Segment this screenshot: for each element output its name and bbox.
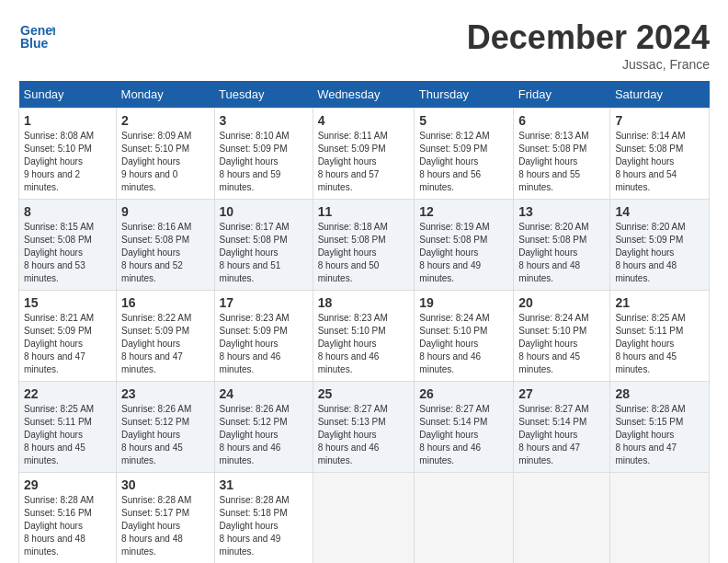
day-info: Sunrise: 8:20 AMSunset: 5:08 PMDaylight … bbox=[518, 222, 588, 283]
calendar-cell: 28 Sunrise: 8:28 AMSunset: 5:15 PMDaylig… bbox=[610, 382, 710, 473]
calendar-cell bbox=[313, 473, 415, 564]
day-info: Sunrise: 8:25 AMSunset: 5:11 PMDaylight … bbox=[24, 404, 94, 465]
day-number: 15 bbox=[24, 295, 111, 310]
calendar-cell: 12 Sunrise: 8:19 AMSunset: 5:08 PMDaylig… bbox=[415, 200, 514, 291]
calendar-cell: 1 Sunrise: 8:08 AMSunset: 5:10 PMDayligh… bbox=[19, 109, 117, 200]
day-number: 30 bbox=[121, 477, 209, 492]
header-tuesday: Tuesday bbox=[214, 81, 313, 109]
location-subtitle: Jussac, France bbox=[467, 57, 710, 72]
day-number: 20 bbox=[518, 295, 605, 310]
day-number: 7 bbox=[615, 113, 704, 128]
calendar-cell: 18 Sunrise: 8:23 AMSunset: 5:10 PMDaylig… bbox=[313, 291, 415, 382]
day-info: Sunrise: 8:19 AMSunset: 5:08 PMDaylight … bbox=[419, 222, 489, 283]
svg-text:Blue: Blue bbox=[20, 36, 49, 51]
day-number: 4 bbox=[318, 113, 410, 128]
day-info: Sunrise: 8:20 AMSunset: 5:09 PMDaylight … bbox=[615, 222, 685, 283]
calendar-cell: 5 Sunrise: 8:12 AMSunset: 5:09 PMDayligh… bbox=[415, 109, 514, 200]
day-number: 5 bbox=[419, 113, 508, 128]
calendar-week-row: 1 Sunrise: 8:08 AMSunset: 5:10 PMDayligh… bbox=[19, 109, 710, 200]
calendar-header-row: SundayMondayTuesdayWednesdayThursdayFrid… bbox=[19, 81, 710, 109]
day-number: 16 bbox=[121, 295, 209, 310]
calendar-cell: 10 Sunrise: 8:17 AMSunset: 5:08 PMDaylig… bbox=[214, 200, 313, 291]
day-number: 23 bbox=[121, 386, 209, 401]
day-info: Sunrise: 8:15 AMSunset: 5:08 PMDaylight … bbox=[24, 222, 94, 283]
day-number: 29 bbox=[24, 477, 111, 492]
day-number: 13 bbox=[518, 204, 605, 219]
day-info: Sunrise: 8:28 AMSunset: 5:18 PMDaylight … bbox=[220, 495, 290, 557]
day-info: Sunrise: 8:28 AMSunset: 5:15 PMDaylight … bbox=[615, 404, 685, 465]
calendar-cell: 4 Sunrise: 8:11 AMSunset: 5:09 PMDayligh… bbox=[313, 109, 415, 200]
day-info: Sunrise: 8:09 AMSunset: 5:10 PMDaylight … bbox=[121, 131, 191, 192]
day-number: 2 bbox=[121, 113, 209, 128]
calendar-cell: 11 Sunrise: 8:18 AMSunset: 5:08 PMDaylig… bbox=[313, 200, 415, 291]
day-number: 1 bbox=[24, 113, 111, 128]
calendar-cell: 3 Sunrise: 8:10 AMSunset: 5:09 PMDayligh… bbox=[214, 109, 313, 200]
calendar-cell: 2 Sunrise: 8:09 AMSunset: 5:10 PMDayligh… bbox=[117, 109, 214, 200]
calendar-cell: 16 Sunrise: 8:22 AMSunset: 5:09 PMDaylig… bbox=[117, 291, 214, 382]
day-number: 8 bbox=[24, 204, 111, 219]
calendar-week-row: 29 Sunrise: 8:28 AMSunset: 5:16 PMDaylig… bbox=[19, 473, 710, 564]
header-thursday: Thursday bbox=[415, 81, 514, 109]
day-number: 17 bbox=[220, 295, 308, 310]
month-title: December 2024 bbox=[467, 18, 710, 57]
calendar-cell: 29 Sunrise: 8:28 AMSunset: 5:16 PMDaylig… bbox=[19, 473, 117, 564]
calendar-cell: 25 Sunrise: 8:27 AMSunset: 5:13 PMDaylig… bbox=[313, 382, 415, 473]
day-info: Sunrise: 8:21 AMSunset: 5:09 PMDaylight … bbox=[24, 313, 94, 374]
header-friday: Friday bbox=[514, 81, 610, 109]
calendar-table: SundayMondayTuesdayWednesdayThursdayFrid… bbox=[18, 81, 710, 563]
calendar-cell bbox=[415, 473, 514, 564]
calendar-cell: 31 Sunrise: 8:28 AMSunset: 5:18 PMDaylig… bbox=[214, 473, 313, 564]
calendar-week-row: 15 Sunrise: 8:21 AMSunset: 5:09 PMDaylig… bbox=[19, 291, 710, 382]
day-info: Sunrise: 8:08 AMSunset: 5:10 PMDaylight … bbox=[24, 131, 94, 192]
calendar-cell bbox=[514, 473, 610, 564]
day-number: 28 bbox=[615, 386, 704, 401]
calendar-cell bbox=[610, 473, 710, 564]
page-header: General Blue December 2024 Jussac, Franc… bbox=[18, 18, 710, 72]
calendar-cell: 8 Sunrise: 8:15 AMSunset: 5:08 PMDayligh… bbox=[19, 200, 117, 291]
day-number: 21 bbox=[615, 295, 704, 310]
day-info: Sunrise: 8:13 AMSunset: 5:08 PMDaylight … bbox=[518, 131, 588, 192]
day-info: Sunrise: 8:27 AMSunset: 5:13 PMDaylight … bbox=[318, 404, 388, 465]
calendar-cell: 22 Sunrise: 8:25 AMSunset: 5:11 PMDaylig… bbox=[19, 382, 117, 473]
calendar-week-row: 8 Sunrise: 8:15 AMSunset: 5:08 PMDayligh… bbox=[19, 200, 710, 291]
day-info: Sunrise: 8:23 AMSunset: 5:09 PMDaylight … bbox=[220, 313, 290, 374]
calendar-cell: 21 Sunrise: 8:25 AMSunset: 5:11 PMDaylig… bbox=[610, 291, 710, 382]
logo: General Blue bbox=[18, 18, 55, 59]
day-info: Sunrise: 8:23 AMSunset: 5:10 PMDaylight … bbox=[318, 313, 388, 374]
day-info: Sunrise: 8:16 AMSunset: 5:08 PMDaylight … bbox=[121, 222, 191, 283]
day-number: 31 bbox=[220, 477, 308, 492]
calendar-cell: 6 Sunrise: 8:13 AMSunset: 5:08 PMDayligh… bbox=[514, 109, 610, 200]
calendar-cell: 13 Sunrise: 8:20 AMSunset: 5:08 PMDaylig… bbox=[514, 200, 610, 291]
day-number: 22 bbox=[24, 386, 111, 401]
calendar-cell: 26 Sunrise: 8:27 AMSunset: 5:14 PMDaylig… bbox=[415, 382, 514, 473]
day-number: 27 bbox=[518, 386, 605, 401]
calendar-cell: 19 Sunrise: 8:24 AMSunset: 5:10 PMDaylig… bbox=[415, 291, 514, 382]
day-info: Sunrise: 8:22 AMSunset: 5:09 PMDaylight … bbox=[121, 313, 191, 374]
day-number: 24 bbox=[220, 386, 308, 401]
calendar-cell: 27 Sunrise: 8:27 AMSunset: 5:14 PMDaylig… bbox=[514, 382, 610, 473]
day-info: Sunrise: 8:27 AMSunset: 5:14 PMDaylight … bbox=[419, 404, 489, 465]
calendar-cell: 15 Sunrise: 8:21 AMSunset: 5:09 PMDaylig… bbox=[19, 291, 117, 382]
day-info: Sunrise: 8:17 AMSunset: 5:08 PMDaylight … bbox=[220, 222, 290, 283]
day-number: 14 bbox=[615, 204, 704, 219]
day-number: 25 bbox=[318, 386, 410, 401]
day-number: 6 bbox=[518, 113, 605, 128]
header-wednesday: Wednesday bbox=[313, 81, 415, 109]
day-number: 12 bbox=[419, 204, 508, 219]
calendar-week-row: 22 Sunrise: 8:25 AMSunset: 5:11 PMDaylig… bbox=[19, 382, 710, 473]
title-block: December 2024 Jussac, France bbox=[467, 18, 710, 72]
day-info: Sunrise: 8:12 AMSunset: 5:09 PMDaylight … bbox=[419, 131, 489, 192]
calendar-cell: 24 Sunrise: 8:26 AMSunset: 5:12 PMDaylig… bbox=[214, 382, 313, 473]
day-info: Sunrise: 8:28 AMSunset: 5:16 PMDaylight … bbox=[24, 495, 94, 557]
day-info: Sunrise: 8:24 AMSunset: 5:10 PMDaylight … bbox=[419, 313, 489, 374]
day-info: Sunrise: 8:14 AMSunset: 5:08 PMDaylight … bbox=[615, 131, 685, 192]
calendar-cell: 17 Sunrise: 8:23 AMSunset: 5:09 PMDaylig… bbox=[214, 291, 313, 382]
day-info: Sunrise: 8:24 AMSunset: 5:10 PMDaylight … bbox=[518, 313, 588, 374]
day-number: 3 bbox=[220, 113, 308, 128]
day-number: 11 bbox=[318, 204, 410, 219]
calendar-cell: 30 Sunrise: 8:28 AMSunset: 5:17 PMDaylig… bbox=[117, 473, 214, 564]
day-info: Sunrise: 8:27 AMSunset: 5:14 PMDaylight … bbox=[518, 404, 588, 465]
calendar-cell: 9 Sunrise: 8:16 AMSunset: 5:08 PMDayligh… bbox=[117, 200, 214, 291]
day-info: Sunrise: 8:26 AMSunset: 5:12 PMDaylight … bbox=[220, 404, 290, 465]
day-number: 9 bbox=[121, 204, 209, 219]
